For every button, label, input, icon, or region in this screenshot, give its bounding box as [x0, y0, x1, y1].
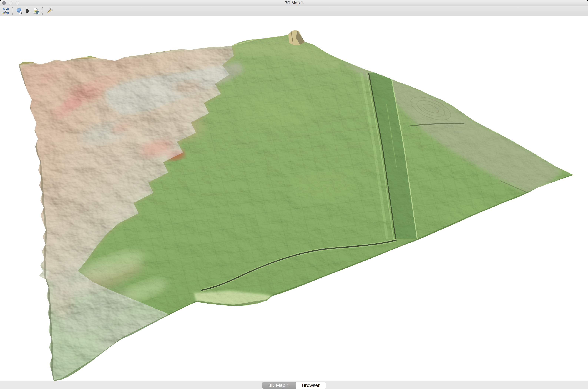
- window-title: 3D Map 1: [0, 0, 588, 5]
- minimize-button[interactable]: [9, 1, 13, 5]
- toolbar-separator: [42, 7, 43, 15]
- zoom-window-button[interactable]: [16, 1, 19, 5]
- save-as-image-button[interactable]: [32, 7, 40, 15]
- app-window: 3D Map 1: [0, 0, 588, 389]
- tab-3d-map-1[interactable]: 3D Map 1: [262, 382, 296, 389]
- view-segmented-control: 3D Map 1 Browser: [262, 382, 326, 389]
- zoom-full-extent-button[interactable]: [1, 7, 10, 15]
- svg-text:i: i: [19, 8, 19, 12]
- zoom-full-extent-icon: [2, 8, 9, 14]
- tab-browser[interactable]: Browser: [296, 382, 326, 389]
- play-animation-button[interactable]: [24, 7, 32, 15]
- traffic-lights: [2, 1, 19, 5]
- terrain-mesh: [0, 16, 588, 381]
- terrain-render: [0, 16, 588, 381]
- toolbar-separator: [12, 7, 13, 15]
- identify-cursor-icon: i: [16, 8, 23, 14]
- close-button[interactable]: [2, 1, 6, 5]
- view-tab-bar: 3D Map 1 Browser: [0, 381, 588, 389]
- configure-button[interactable]: [46, 7, 54, 15]
- export-image-icon: [32, 8, 39, 14]
- map-3d-viewport[interactable]: [0, 16, 588, 381]
- play-icon: [24, 8, 31, 14]
- toolbar: i: [0, 6, 588, 16]
- title-bar[interactable]: 3D Map 1: [0, 0, 588, 6]
- identify-button[interactable]: i: [15, 7, 24, 15]
- wrench-icon: [46, 8, 53, 14]
